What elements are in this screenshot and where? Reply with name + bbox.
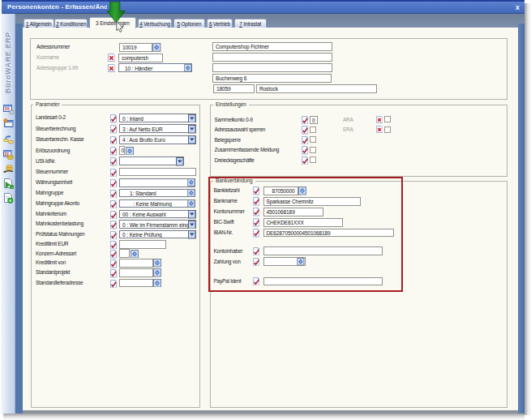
svg-text:10: 10 (5, 106, 10, 111)
